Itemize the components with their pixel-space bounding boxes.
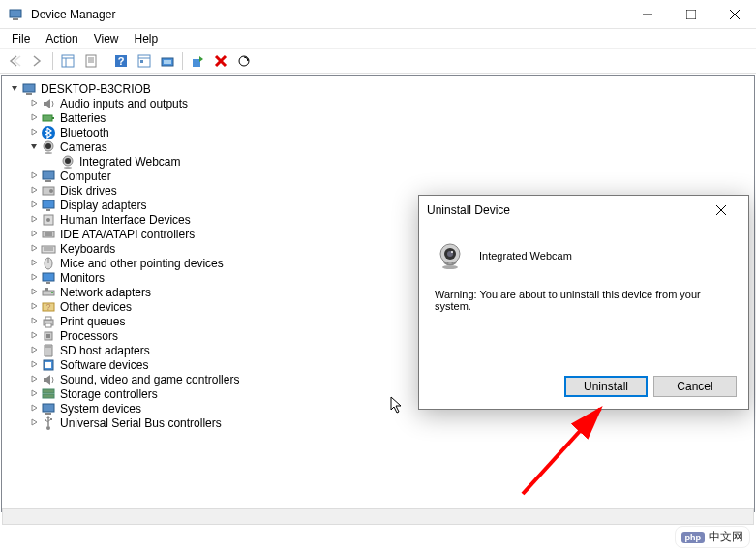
help-button[interactable]: ? (110, 50, 132, 72)
svg-rect-60 (45, 323, 51, 327)
minimize-button[interactable] (625, 0, 669, 29)
sd-icon (41, 343, 56, 358)
menu-file[interactable]: File (4, 30, 38, 47)
horizontal-scrollbar[interactable] (2, 508, 754, 525)
properties-button[interactable] (80, 50, 102, 72)
mouse-icon (41, 256, 56, 271)
tree-category[interactable]: Cameras (6, 139, 752, 154)
expand-icon[interactable] (29, 113, 39, 123)
cpu-icon (41, 328, 56, 344)
tree-category-label: Storage controllers (56, 387, 158, 401)
tree-category[interactable]: Universal Serial Bus controllers (6, 416, 752, 430)
tree-category-label: SD host adapters (56, 344, 150, 357)
expand-icon[interactable] (29, 346, 39, 355)
expand-icon[interactable] (29, 418, 39, 428)
tree-category-label: Batteries (56, 111, 106, 125)
expand-icon[interactable] (29, 230, 39, 239)
svg-point-55 (51, 292, 53, 293)
enable-button[interactable] (187, 50, 208, 72)
menu-view[interactable]: View (86, 30, 127, 47)
svg-rect-39 (43, 200, 54, 208)
forward-button[interactable] (27, 50, 48, 72)
svg-rect-15 (138, 55, 150, 67)
svg-rect-36 (45, 180, 51, 182)
svg-rect-9 (86, 55, 96, 67)
app-icon (8, 7, 23, 22)
toolbar: ? (0, 48, 756, 74)
expand-icon[interactable] (29, 215, 39, 225)
svg-rect-40 (46, 209, 50, 211)
system-icon (41, 401, 56, 416)
tree-category[interactable]: Audio inputs and outputs (6, 96, 752, 110)
tree-device[interactable]: Integrated Webcam (6, 154, 752, 169)
tree-category-label: Universal Serial Bus controllers (56, 416, 222, 430)
update-driver-button[interactable] (157, 50, 178, 72)
expand-icon[interactable] (29, 360, 39, 370)
tree-category-label: Mice and other pointing devices (56, 257, 224, 270)
menu-action[interactable]: Action (38, 30, 85, 47)
tree-category[interactable]: Batteries (6, 110, 752, 125)
svg-rect-35 (43, 171, 54, 179)
expand-icon[interactable] (29, 331, 39, 341)
maximize-button[interactable] (669, 0, 712, 29)
svg-rect-62 (46, 334, 50, 338)
options-button[interactable] (134, 50, 155, 72)
expand-icon[interactable] (29, 171, 39, 181)
expand-icon[interactable] (29, 404, 39, 414)
toolbar-separator (106, 52, 106, 70)
network-icon (41, 285, 56, 300)
toolbar-separator (52, 52, 53, 70)
back-button[interactable] (4, 50, 25, 72)
expand-icon[interactable] (29, 317, 39, 326)
menubar: File Action View Help (0, 29, 756, 48)
close-button[interactable] (712, 0, 756, 29)
computer-icon (21, 81, 37, 97)
tree-root[interactable]: DESKTOP-B3CRIOB (6, 81, 752, 96)
expand-icon[interactable] (29, 200, 39, 210)
expand-icon[interactable] (29, 389, 39, 399)
expand-icon[interactable] (29, 288, 39, 297)
menu-help[interactable]: Help (127, 30, 166, 47)
cancel-button[interactable]: Cancel (653, 376, 737, 397)
watermark-text: 中文网 (709, 529, 743, 545)
svg-point-72 (46, 426, 50, 430)
tree-category-label: Keyboards (56, 242, 115, 256)
keyboard-icon (41, 241, 56, 257)
expand-icon[interactable] (29, 259, 39, 268)
watermark-brand: php (681, 532, 706, 543)
svg-rect-20 (193, 59, 200, 67)
show-hide-tree-button[interactable] (57, 50, 78, 72)
scan-button[interactable] (233, 50, 255, 72)
display-icon (41, 198, 56, 213)
uninstall-confirm-button[interactable]: Uninstall (564, 376, 648, 397)
expand-icon[interactable] (29, 186, 39, 196)
speaker-icon (41, 96, 56, 111)
expand-icon[interactable] (29, 244, 39, 254)
expand-icon[interactable] (29, 273, 39, 283)
svg-point-34 (64, 167, 72, 169)
tree-category[interactable]: Bluetooth (6, 125, 752, 139)
tree-category-label: Processors (56, 329, 118, 343)
svg-text:?: ? (118, 55, 125, 67)
titlebar: Device Manager (0, 0, 756, 29)
svg-rect-70 (43, 404, 54, 412)
svg-rect-51 (43, 273, 54, 281)
expand-icon[interactable] (29, 99, 39, 108)
dialog-close-button[interactable] (702, 197, 741, 224)
expand-icon[interactable] (29, 302, 39, 312)
uninstall-button[interactable] (210, 50, 231, 72)
svg-point-33 (65, 158, 71, 164)
svg-point-76 (45, 419, 46, 421)
tree-category-label: Display adapters (56, 199, 146, 212)
watermark: php 中文网 (675, 526, 751, 548)
monitor-icon (41, 270, 56, 286)
bluetooth-icon (41, 125, 56, 140)
expand-icon[interactable] (29, 128, 39, 138)
collapse-icon[interactable] (10, 84, 19, 94)
svg-rect-17 (140, 60, 143, 63)
tree-category-label: Computer (56, 169, 111, 183)
expand-icon[interactable] (29, 375, 39, 385)
svg-rect-67 (45, 362, 51, 368)
collapse-icon[interactable] (29, 142, 39, 152)
tree-category[interactable]: Computer (6, 169, 752, 183)
